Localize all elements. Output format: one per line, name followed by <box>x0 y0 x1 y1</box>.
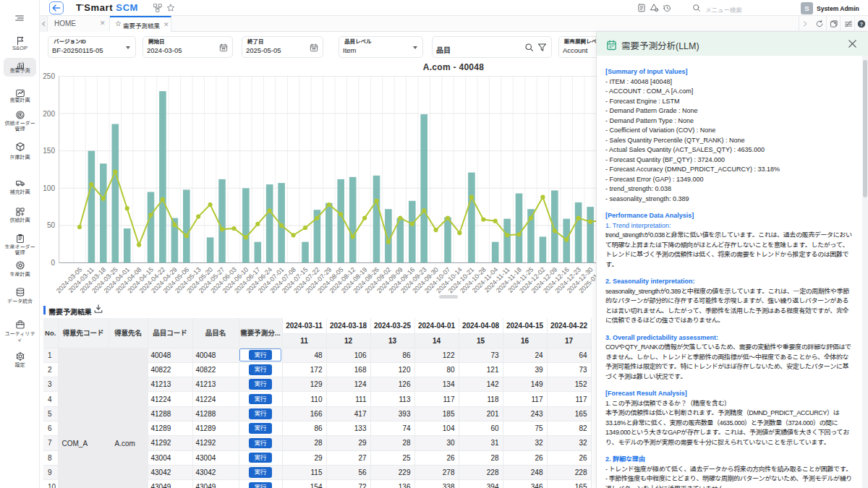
svg-text:100: 100 <box>43 184 55 192</box>
svg-text:150: 150 <box>43 147 55 155</box>
svg-text:250: 250 <box>43 72 55 80</box>
svg-text:0: 0 <box>51 259 55 267</box>
svg-text:50: 50 <box>47 221 56 229</box>
svg-text:?: ? <box>860 22 863 27</box>
svg-text:200: 200 <box>43 110 55 118</box>
svg-text:A.com - 40048: A.com - 40048 <box>423 62 485 72</box>
